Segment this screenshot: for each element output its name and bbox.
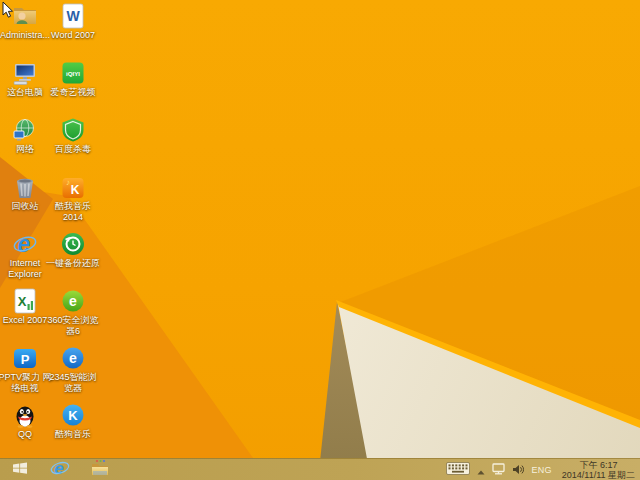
language-indicator[interactable]: ENG — [531, 459, 551, 480]
desktop-icon-label: QQ — [18, 429, 32, 440]
desktop-icon-kuwo-music-2014[interactable]: K♪酷我音乐2014 — [49, 174, 97, 223]
clock-time: 下午 6:17 — [579, 460, 617, 470]
baidu-antivirus-shield-icon — [60, 117, 86, 143]
qq-penguin-icon — [12, 402, 38, 428]
volume-button[interactable] — [512, 459, 524, 480]
mouse-cursor-arrow — [2, 1, 14, 23]
recycle-bin-icon — [12, 174, 38, 200]
desktop-icon-label: 百度杀毒 — [55, 144, 91, 155]
desktop-icon-baidu-antivirus[interactable]: 百度杀毒 — [49, 117, 97, 155]
360-browser-icon: e — [60, 288, 86, 314]
desktop-icon-label: 网络 — [16, 144, 34, 155]
svg-text:X: X — [18, 294, 27, 309]
desktop-icon-pptv[interactable]: PPPTV聚力 网络电视 — [1, 345, 49, 394]
kuwo-music-icon: K♪ — [60, 174, 86, 200]
desktop-icon-2345-smart-browser[interactable]: e2345智能浏览器 — [49, 345, 97, 394]
desktop-icon-label: 一键备份还原 — [46, 258, 100, 269]
desktop-icon-label: InternetExplorer — [8, 258, 42, 280]
taskbar-file-explorer-button[interactable] — [80, 459, 120, 480]
desktop-icon-label: PPTV聚力 网络电视 — [0, 372, 52, 394]
start-icon — [12, 461, 28, 479]
chevron-up-icon — [477, 461, 485, 479]
desktop: Administra...WWord 2007这台电脑iQIYI爱奇艺视频网络百… — [0, 0, 640, 480]
excel-2007-icon: X — [12, 288, 38, 314]
desktop-icon-qq[interactable]: QQ — [1, 402, 49, 440]
desktop-icon-label: 爱奇艺视频 — [51, 87, 96, 98]
desktop-icon-label: Word 2007 — [51, 30, 95, 41]
volume-icon — [512, 461, 524, 479]
svg-text:P: P — [21, 352, 30, 367]
desktop-icon-label: 360安全浏览器6 — [47, 315, 98, 337]
ie-icon: e — [50, 458, 70, 480]
clock[interactable]: 下午 6:17 2014/11/11 星期二 — [559, 459, 635, 480]
desktop-icon-label: Excel 2007 — [3, 315, 48, 326]
desktop-icon-360-safe-browser-6[interactable]: e360安全浏览器6 — [49, 288, 97, 337]
desktop-icon-label: Administra... — [0, 30, 50, 41]
svg-text:K: K — [68, 408, 78, 423]
kugou-music-icon: K — [60, 402, 86, 428]
system-tray: ENG 下午 6:17 2014/11/11 星期二 — [446, 459, 640, 480]
2345-browser-icon: e — [60, 345, 86, 371]
word-2007-icon: W — [60, 3, 86, 29]
onekey-backup-restore-icon — [60, 231, 86, 257]
desktop-icon-this-pc[interactable]: 这台电脑 — [1, 60, 49, 98]
file-explorer-icon — [90, 458, 110, 480]
clock-date: 2014/11/11 星期二 — [562, 470, 635, 480]
language-label: ENG — [531, 465, 551, 475]
iqiyi-icon: iQIYI — [60, 60, 86, 86]
desktop-icon-onekey-backup-restore[interactable]: 一键备份还原 — [49, 231, 97, 269]
network-status-icon — [492, 461, 505, 479]
desktop-icon-label: 这台电脑 — [7, 87, 43, 98]
svg-text:♪: ♪ — [66, 178, 70, 187]
desktop-icon-network[interactable]: 网络 — [1, 117, 49, 155]
taskbar-ie-button[interactable]: e — [40, 459, 80, 480]
touch-keyboard-icon — [446, 461, 470, 479]
desktop-icon-internet-explorer[interactable]: eInternetExplorer — [1, 231, 49, 280]
desktop-icon-grid: Administra...WWord 2007这台电脑iQIYI爱奇艺视频网络百… — [0, 0, 640, 480]
desktop-icon-kugou-music[interactable]: K酷狗音乐 — [49, 402, 97, 440]
pptv-icon: P — [12, 345, 38, 371]
administrator-folder-icon — [12, 3, 38, 29]
desktop-icon-label: 2345智能浏览器 — [49, 372, 96, 394]
this-pc-icon — [12, 60, 38, 86]
svg-text:K: K — [71, 183, 80, 197]
desktop-icon-label: 酷我音乐2014 — [55, 201, 91, 223]
desktop-icon-iqiyi-video[interactable]: iQIYI爱奇艺视频 — [49, 60, 97, 98]
svg-text:W: W — [66, 8, 80, 24]
internet-explorer-icon: e — [12, 231, 38, 257]
svg-text:e: e — [18, 231, 31, 257]
svg-text:iQIYI: iQIYI — [66, 70, 80, 77]
svg-text:e: e — [69, 293, 77, 309]
desktop-icon-excel-2007[interactable]: XExcel 2007 — [1, 288, 49, 326]
desktop-icon-label: 回收站 — [12, 201, 39, 212]
desktop-icon-recycle-bin[interactable]: 回收站 — [1, 174, 49, 212]
desktop-icon-word-2007[interactable]: WWord 2007 — [49, 3, 97, 41]
network-status-button[interactable] — [492, 459, 505, 480]
taskbar: e — [0, 458, 640, 480]
start-button[interactable] — [0, 459, 40, 480]
network-globe-icon — [12, 117, 38, 143]
touch-keyboard-button[interactable] — [446, 459, 470, 480]
show-hidden-icons-button[interactable] — [477, 459, 485, 480]
desktop-icon-label: 酷狗音乐 — [55, 429, 91, 440]
svg-text:e: e — [69, 350, 77, 366]
